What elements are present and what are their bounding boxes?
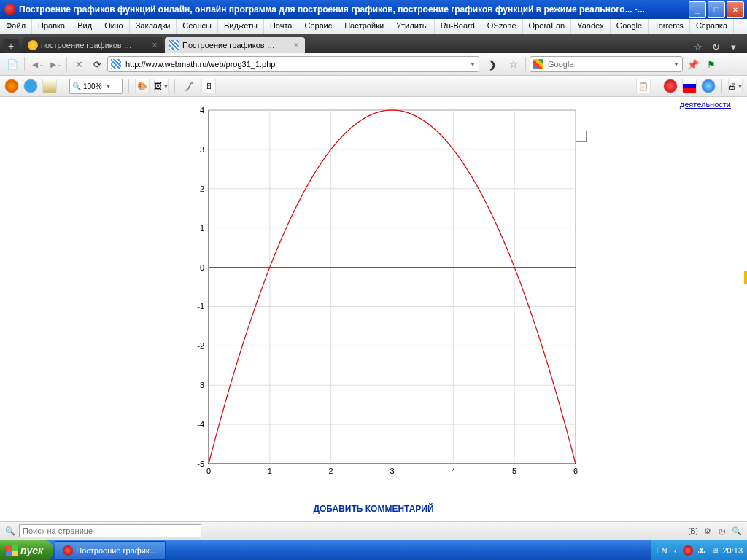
search-input[interactable] <box>546 59 669 69</box>
menu-google[interactable]: Google <box>611 19 649 34</box>
menu-window[interactable]: Окно <box>98 19 130 34</box>
separator-icon <box>657 79 657 93</box>
tab-bar: + построение графиков … × Построение гра… <box>0 34 747 53</box>
add-comment-link[interactable]: ДОБАВИТЬ КОММЕНТАРИЙ <box>0 504 747 514</box>
chart-svg: 0123456-5-4-3-2-101234 <box>179 103 583 486</box>
menu-edit[interactable]: Правка <box>32 19 71 34</box>
tray-arrow-icon[interactable]: ‹ <box>670 545 680 556</box>
svg-text:2: 2 <box>200 184 204 193</box>
firefox-icon[interactable] <box>4 79 19 93</box>
separator-icon <box>66 57 67 71</box>
pin-icon[interactable]: 📌 <box>685 56 701 72</box>
system-tray: EN ‹ 🖧 🖥 20:13 <box>651 540 747 560</box>
svg-text:-2: -2 <box>197 341 204 350</box>
separator-icon <box>525 57 526 71</box>
cache-icon[interactable]: 🎨 <box>135 79 150 93</box>
tab2-label: Построение графиков … <box>182 41 289 50</box>
wand-icon[interactable]: 𝒇 <box>181 78 197 94</box>
search-dropdown-icon[interactable]: ▼ <box>673 61 679 68</box>
start-label: пуск <box>20 545 43 556</box>
stop-button[interactable]: ✕ <box>71 56 87 72</box>
window-minimize-button[interactable]: _ <box>689 1 706 18</box>
search-bar[interactable]: ▼ <box>530 56 683 72</box>
svg-text:3: 3 <box>200 145 204 154</box>
taskbar-app-button[interactable]: Построение график… <box>55 541 166 560</box>
print-icon[interactable]: 🖨▼ <box>728 79 743 93</box>
reload-button[interactable]: ⟳ <box>89 56 105 72</box>
menu-oszone[interactable]: OSzone <box>481 19 523 34</box>
tray-clock[interactable]: 20:13 <box>722 546 743 555</box>
tab-1[interactable]: построение графиков … × <box>23 37 163 53</box>
menu-settings[interactable]: Настройки <box>338 19 390 34</box>
go-button[interactable]: ❯ <box>484 56 500 72</box>
link-activities[interactable]: деятельности <box>680 100 731 109</box>
flag-ru-icon[interactable] <box>682 79 697 93</box>
opera-red-icon[interactable] <box>663 79 678 93</box>
tab1-label: построение графиков … <box>41 41 147 50</box>
menu-torrents[interactable]: Torrents <box>649 19 690 34</box>
svg-text:5: 5 <box>512 467 516 475</box>
flag-icon[interactable]: ⚑ <box>703 56 719 72</box>
tab-menu-icon[interactable]: ▾ <box>727 40 740 53</box>
library-icon[interactable] <box>42 79 57 93</box>
menu-file[interactable]: Файл <box>0 19 32 34</box>
zoom-combo[interactable]: 🔍 100% ▼ <box>69 79 123 94</box>
magnifier-icon: 🔍 <box>72 82 81 90</box>
status-zoom-icon[interactable]: 🔍 <box>731 525 743 537</box>
menu-mail[interactable]: Почта <box>264 19 299 34</box>
menu-view[interactable]: Вид <box>71 19 98 34</box>
tray-network-icon[interactable]: 🖧 <box>696 545 706 556</box>
separator-icon <box>721 79 722 93</box>
zoom-value: 100% <box>83 82 102 90</box>
menu-ruboard[interactable]: Ru-Board <box>435 19 481 34</box>
status-settings-icon[interactable]: ⚙ <box>702 525 713 537</box>
svg-text:-1: -1 <box>197 302 204 311</box>
forward-button[interactable]: ►· <box>47 56 63 72</box>
secondary-toolbar: 🔍 100% ▼ 🎨 🖼▼ 𝒇 🎚 📋 🖨▼ <box>0 76 747 97</box>
menu-yandex[interactable]: Yandex <box>571 19 611 34</box>
separator-icon <box>63 79 63 93</box>
google-icon <box>533 59 543 69</box>
menu-tools[interactable]: Сервис <box>298 19 338 34</box>
unite-icon[interactable]: 🎚 <box>201 79 216 93</box>
menu-sessions[interactable]: Сеансы <box>177 19 218 34</box>
menu-widgets[interactable]: Виджеты <box>218 19 264 34</box>
panel-toggle-icon[interactable]: ☆ <box>692 40 705 53</box>
tab2-close-icon[interactable]: × <box>292 41 301 50</box>
comment-icon[interactable] <box>23 79 38 93</box>
tray-opera-icon[interactable] <box>683 545 693 556</box>
zoom-dropdown-icon[interactable]: ▼ <box>106 83 112 90</box>
opera-blue-icon[interactable] <box>701 79 716 93</box>
notes-icon[interactable]: 📋 <box>636 79 651 93</box>
menu-help[interactable]: Справка <box>690 19 734 34</box>
bookmark-star-icon[interactable]: ☆ <box>506 56 522 72</box>
tray-monitor-icon[interactable]: 🖥 <box>709 545 719 556</box>
images-toggle-icon[interactable]: 🖼▼ <box>154 79 169 93</box>
svg-text:1: 1 <box>268 467 272 475</box>
svg-text:3: 3 <box>390 467 394 475</box>
tab-2[interactable]: Построение графиков … × <box>165 37 305 53</box>
menu-utils[interactable]: Утилиты <box>390 19 435 34</box>
start-button[interactable]: пуск <box>0 540 53 560</box>
trash-icon[interactable]: ↻ <box>709 40 722 53</box>
url-dropdown-icon[interactable]: ▼ <box>470 61 476 68</box>
status-lang-indicator[interactable]: [B] <box>687 525 699 537</box>
window-maximize-button[interactable]: □ <box>708 1 725 18</box>
menu-bookmarks[interactable]: Закладки <box>130 19 177 34</box>
taskapp-opera-icon <box>63 545 73 556</box>
tab1-close-icon[interactable]: × <box>150 41 159 50</box>
find-input[interactable] <box>19 524 201 537</box>
url-input[interactable] <box>124 58 465 71</box>
menu-operafan[interactable]: OperaFan <box>523 19 572 34</box>
new-page-button[interactable]: 📄 <box>4 56 20 72</box>
back-button[interactable]: ◄· <box>28 56 44 72</box>
window-titlebar: Построение графиков функций онлайн, онла… <box>0 0 747 19</box>
status-sync-icon[interactable]: ◷ <box>716 525 728 537</box>
address-toolbar: 📄 ◄· ►· ✕ ⟳ ▼ ❯ ☆ ▼ 📌 ⚑ <box>0 53 747 76</box>
new-tab-button[interactable]: + <box>3 39 19 53</box>
window-close-button[interactable]: × <box>727 1 744 18</box>
address-bar[interactable]: ▼ <box>107 56 479 72</box>
tray-lang-indicator[interactable]: EN <box>656 546 667 555</box>
svg-text:0: 0 <box>206 467 211 475</box>
separator-icon <box>24 57 25 71</box>
